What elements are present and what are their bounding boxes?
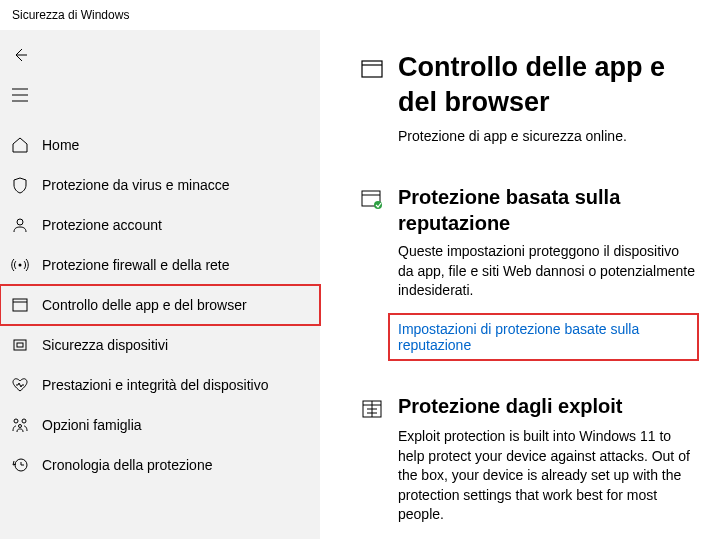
sidebar-item-performance[interactable]: Prestazioni e integrità del dispositivo: [0, 365, 320, 405]
reputation-heading: Protezione basata sulla reputazione: [398, 184, 697, 236]
sidebar-item-label: Opzioni famiglia: [42, 417, 142, 433]
antenna-icon: [10, 255, 30, 275]
sidebar-item-app-browser[interactable]: Controllo delle app e del browser: [0, 285, 320, 325]
exploit-section: Protezione dagli exploit: [360, 393, 697, 421]
page-header: Controllo delle app e del browser: [360, 50, 697, 120]
main-content: Controllo delle app e del browser Protez…: [320, 30, 727, 539]
svg-rect-3: [14, 340, 26, 350]
reputation-desc: Queste impostazioni proteggono il dispos…: [398, 242, 697, 301]
sidebar: Home Protezione da virus e minacce Prote…: [0, 30, 320, 539]
window-icon: [360, 57, 384, 81]
window-title: Sicurezza di Windows: [12, 8, 129, 22]
sidebar-item-virus[interactable]: Protezione da virus e minacce: [0, 165, 320, 205]
svg-point-1: [19, 264, 22, 267]
reputation-settings-link[interactable]: Impostazioni di protezione basate sulla …: [390, 315, 697, 359]
sidebar-item-label: Protezione account: [42, 217, 162, 233]
back-arrow-icon: [12, 47, 28, 63]
exploit-desc: Exploit protection is built into Windows…: [398, 427, 697, 525]
sidebar-item-history[interactable]: Cronologia della protezione: [0, 445, 320, 485]
home-icon: [10, 135, 30, 155]
sidebar-item-firewall[interactable]: Protezione firewall e della rete: [0, 245, 320, 285]
page-title: Controllo delle app e del browser: [398, 50, 697, 120]
svg-point-5: [14, 419, 18, 423]
sidebar-item-label: Home: [42, 137, 79, 153]
sidebar-item-device-security[interactable]: Sicurezza dispositivi: [0, 325, 320, 365]
sidebar-item-label: Controllo delle app e del browser: [42, 297, 247, 313]
reputation-icon: [360, 188, 384, 212]
person-icon: [10, 215, 30, 235]
svg-rect-4: [17, 343, 23, 347]
window-icon: [10, 295, 30, 315]
back-button[interactable]: [0, 35, 40, 75]
page-subtitle: Protezione di app e sicurezza online.: [398, 128, 697, 144]
sidebar-item-account[interactable]: Protezione account: [0, 205, 320, 245]
reputation-section: Protezione basata sulla reputazione: [360, 184, 697, 236]
family-icon: [10, 415, 30, 435]
chip-icon: [10, 335, 30, 355]
svg-rect-2: [13, 299, 27, 311]
exploit-heading: Protezione dagli exploit: [398, 393, 697, 419]
sidebar-item-home[interactable]: Home: [0, 125, 320, 165]
sidebar-item-family[interactable]: Opzioni famiglia: [0, 405, 320, 445]
history-icon: [10, 455, 30, 475]
sidebar-item-label: Sicurezza dispositivi: [42, 337, 168, 353]
menu-button[interactable]: [0, 75, 40, 115]
svg-point-0: [17, 219, 23, 225]
sidebar-item-label: Protezione firewall e della rete: [42, 257, 230, 273]
sidebar-item-label: Prestazioni e integrità del dispositivo: [42, 377, 268, 393]
hamburger-icon: [12, 88, 28, 102]
window-titlebar: Sicurezza di Windows: [0, 0, 727, 30]
exploit-icon: [360, 397, 384, 421]
heart-icon: [10, 375, 30, 395]
svg-point-7: [19, 425, 22, 428]
sidebar-item-label: Cronologia della protezione: [42, 457, 212, 473]
svg-rect-9: [362, 61, 382, 77]
shield-icon: [10, 175, 30, 195]
sidebar-item-label: Protezione da virus e minacce: [42, 177, 230, 193]
svg-point-6: [22, 419, 26, 423]
